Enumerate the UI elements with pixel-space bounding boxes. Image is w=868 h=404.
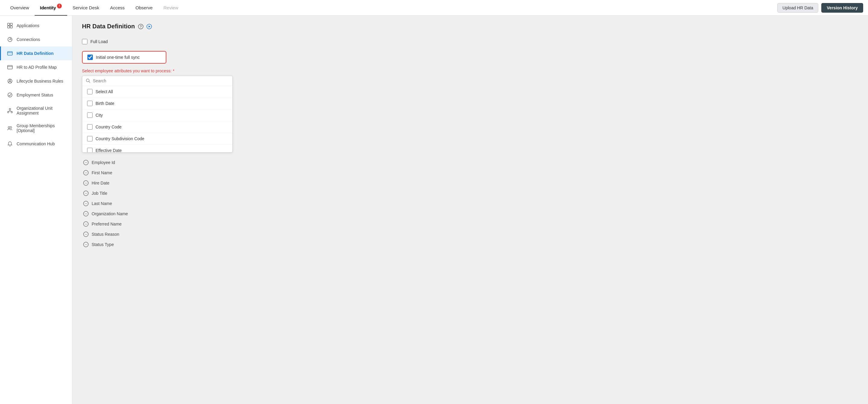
dropdown-item[interactable]: Effective Date — [82, 145, 232, 152]
dropdown-list: Select AllBirth DateCityCountry CodeCoun… — [82, 86, 232, 152]
attributes-dropdown: Select AllBirth DateCityCountry CodeCoun… — [82, 76, 233, 153]
minus-icon[interactable] — [83, 221, 89, 227]
selected-item-label: Employee Id — [92, 160, 115, 165]
sidebar-item-employment-status[interactable]: Employment Status — [0, 88, 72, 102]
sidebar-item-lifecycle[interactable]: Lifecycle Business Rules — [0, 74, 72, 88]
sidebar-item-label-employment-status: Employment Status — [17, 93, 53, 97]
sidebar-item-label-hr-to-ad: HR to AD Profile Map — [17, 65, 57, 70]
required-asterisk: * — [173, 68, 174, 73]
minus-icon[interactable] — [83, 242, 89, 247]
nav-item-identity[interactable]: Identity! — [35, 0, 67, 16]
nav-item-access[interactable]: Access — [104, 0, 130, 16]
list-item: First Name — [82, 167, 858, 178]
top-nav: OverviewIdentity!Service DeskAccessObser… — [0, 0, 868, 16]
list-item: Job Title — [82, 188, 858, 198]
sidebar-item-group-memberships[interactable]: Group Memberships [Optional] — [0, 119, 72, 137]
dropdown-item-label: Select All — [96, 89, 113, 94]
group-icon — [7, 125, 13, 131]
sidebar-item-communication-hub[interactable]: Communication Hub — [0, 137, 72, 151]
minus-icon[interactable] — [83, 201, 89, 206]
selected-item-label: Last Name — [92, 201, 112, 206]
svg-point-15 — [7, 112, 9, 113]
selected-item-label: Job Title — [92, 191, 107, 196]
dropdown-item[interactable]: Country Code — [82, 121, 232, 133]
dropdown-item-label: Effective Date — [96, 148, 122, 152]
dropdown-item[interactable]: Birth Date — [82, 98, 232, 110]
list-item: Hire Date — [82, 178, 858, 188]
dropdown-item[interactable]: City — [82, 110, 232, 121]
sidebar-item-label-hr-data-definition: HR Data Definition — [17, 51, 54, 56]
search-input[interactable] — [93, 79, 229, 83]
dropdown-checkbox[interactable] — [87, 148, 93, 152]
dropdown-item[interactable]: Country Subdivision Code — [82, 133, 232, 145]
list-item: Last Name — [82, 198, 858, 209]
nav-actions: Upload HR Data Version History — [777, 3, 863, 13]
minus-icon[interactable] — [83, 180, 89, 186]
svg-point-16 — [11, 112, 13, 113]
upload-hr-data-button[interactable]: Upload HR Data — [777, 3, 818, 13]
form-section: Full Load Initial one-time full sync Sel… — [82, 36, 858, 250]
help-icon[interactable]: ? — [138, 24, 144, 29]
sidebar: ApplicationsConnectionsHR Data Definitio… — [0, 16, 72, 404]
bell-icon — [7, 141, 13, 147]
plug-icon — [7, 36, 13, 42]
list-item: Employee Id — [82, 157, 858, 167]
play-icon[interactable] — [147, 24, 152, 29]
svg-rect-9 — [7, 65, 12, 69]
sidebar-item-label-communication-hub: Communication Hub — [17, 142, 55, 146]
list-item: Preferred Name — [82, 219, 858, 229]
dropdown-checkbox[interactable] — [87, 113, 93, 118]
check-circle-icon — [7, 92, 13, 98]
dropdown-item[interactable]: Select All — [82, 86, 232, 98]
nav-item-review: Review — [158, 0, 184, 16]
dropdown-checkbox[interactable] — [87, 101, 93, 106]
svg-point-21 — [10, 127, 12, 128]
dropdown-item-label: Birth Date — [96, 101, 114, 106]
search-icon — [86, 79, 90, 83]
main-content: HR Data Definition ? Full Load — [72, 16, 868, 404]
dropdown-checkbox[interactable] — [87, 124, 93, 130]
page-title: HR Data Definition — [82, 23, 135, 30]
minus-icon[interactable] — [83, 211, 89, 216]
sidebar-item-applications[interactable]: Applications — [0, 19, 72, 33]
org-icon — [7, 107, 13, 114]
sidebar-item-hr-data-definition[interactable]: HR Data Definition — [0, 46, 72, 60]
person-circle-icon — [7, 78, 13, 84]
selected-items-list: Employee IdFirst NameHire DateJob TitleL… — [82, 157, 858, 250]
svg-rect-2 — [7, 26, 10, 28]
nav-item-overview[interactable]: Overview — [5, 0, 35, 16]
svg-point-12 — [9, 80, 11, 82]
initial-sync-checkbox[interactable] — [87, 55, 93, 60]
svg-marker-25 — [149, 25, 150, 27]
sidebar-item-connections[interactable]: Connections — [0, 33, 72, 46]
dropdown-checkbox[interactable] — [87, 89, 93, 94]
nav-items: OverviewIdentity!Service DeskAccessObser… — [5, 0, 777, 16]
sidebar-item-label-org-unit: Organizational Unit Assignment — [17, 106, 66, 116]
version-history-button[interactable]: Version History — [821, 3, 863, 13]
svg-rect-1 — [10, 23, 12, 25]
nav-item-service-desk[interactable]: Service Desk — [67, 0, 104, 16]
initial-sync-highlighted-row: Initial one-time full sync — [82, 51, 166, 64]
svg-line-18 — [8, 111, 10, 112]
full-load-checkbox[interactable] — [82, 39, 87, 44]
selected-item-label: Hire Date — [92, 181, 110, 185]
dropdown-search-row — [82, 76, 232, 86]
sidebar-item-org-unit[interactable]: Organizational Unit Assignment — [0, 102, 72, 119]
svg-point-20 — [8, 127, 10, 128]
svg-point-13 — [8, 93, 12, 97]
full-load-label[interactable]: Full Load — [90, 39, 108, 44]
initial-sync-label[interactable]: Initial one-time full sync — [96, 55, 140, 60]
grid-icon — [7, 23, 13, 29]
svg-line-27 — [89, 82, 90, 82]
dropdown-checkbox[interactable] — [87, 136, 93, 142]
minus-icon[interactable] — [83, 231, 89, 237]
svg-line-19 — [10, 111, 12, 112]
dropdown-item-label: Country Subdivision Code — [96, 136, 144, 141]
minus-icon[interactable] — [83, 190, 89, 196]
minus-icon[interactable] — [83, 170, 89, 176]
nav-badge-identity: ! — [57, 4, 62, 8]
nav-item-observe[interactable]: Observe — [130, 0, 158, 16]
selected-item-label: Status Reason — [92, 232, 119, 237]
sidebar-item-hr-to-ad[interactable]: HR to AD Profile Map — [0, 60, 72, 74]
minus-icon[interactable] — [83, 160, 89, 165]
